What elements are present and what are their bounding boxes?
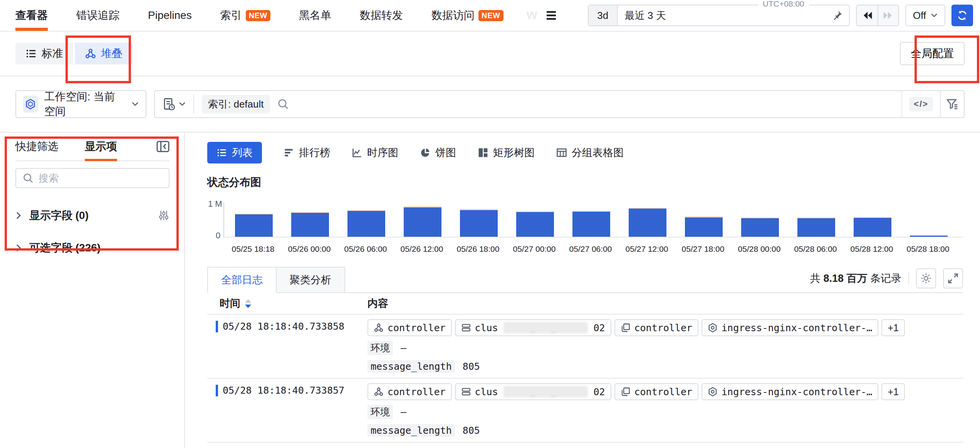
- tab-all-logs[interactable]: 全部日志: [207, 267, 277, 293]
- x-tick-label: 05/28 12:00: [844, 244, 900, 254]
- auto-refresh-select[interactable]: Off: [905, 5, 945, 26]
- column-time[interactable]: 时间: [207, 296, 368, 310]
- bar-slot[interactable]: [619, 208, 676, 237]
- chip-pod[interactable]: ingress-nginx-controller-…: [701, 319, 878, 336]
- view-tab-pie[interactable]: 饼图: [420, 146, 456, 160]
- status-distribution-chart: 1 M 0: [223, 203, 963, 237]
- bar-slot[interactable]: [507, 211, 563, 237]
- bar-slot[interactable]: [338, 210, 394, 237]
- field-key[interactable]: message_length: [368, 360, 455, 373]
- group-label: 显示字段 (0): [29, 208, 89, 223]
- chip-cluster[interactable]: clus _ _ 02: [455, 319, 611, 336]
- x-tick-label: 05/28 00:00: [731, 244, 787, 254]
- bar-slot[interactable]: [788, 217, 844, 237]
- query-doc-icon: [163, 98, 175, 111]
- field-key[interactable]: message_length: [368, 424, 455, 437]
- nav-item-error-tracking[interactable]: 错误追踪: [76, 0, 119, 31]
- chart-title: 状态分布图: [207, 175, 963, 190]
- bar-slot[interactable]: [282, 212, 338, 237]
- bar-slot[interactable]: [394, 206, 451, 237]
- bar-slot[interactable]: [901, 236, 957, 237]
- log-row[interactable]: 05/28 18:18:40.733857 controller clus: [207, 379, 963, 443]
- sort-icon[interactable]: [245, 299, 251, 308]
- chip-workload[interactable]: controller: [614, 383, 699, 400]
- layers-icon: [621, 323, 631, 333]
- x-tick-label: 05/27 06:00: [562, 244, 619, 254]
- timeseries-icon: [352, 147, 362, 158]
- bar-slot[interactable]: [226, 214, 282, 237]
- group-display-fields[interactable]: 显示字段 (0): [15, 208, 169, 223]
- column-label: 时间: [220, 296, 240, 310]
- index-chip[interactable]: 索引: default: [202, 95, 270, 113]
- nav-label: 索引: [220, 8, 242, 23]
- nav-item-viewer[interactable]: 查看器: [15, 0, 48, 31]
- chip-more[interactable]: +1: [881, 319, 905, 336]
- menu-icon[interactable]: [545, 9, 557, 22]
- next-range-icon[interactable]: [878, 5, 898, 25]
- nav-item-index[interactable]: 索引NEW: [220, 0, 270, 31]
- tab-display-items[interactable]: 显示项: [85, 133, 117, 160]
- workspace-select[interactable]: 工作空间: 当前空间: [15, 90, 146, 118]
- query-input[interactable]: [289, 91, 901, 117]
- chip-namespace[interactable]: controller: [368, 319, 452, 336]
- field-search-input[interactable]: [39, 172, 163, 184]
- previous-range-icon[interactable]: [857, 5, 878, 25]
- bar-slot[interactable]: [676, 216, 732, 237]
- field-key[interactable]: 环境: [368, 341, 393, 355]
- view-tab-label: 排行榜: [299, 146, 330, 160]
- mode-tab-standard[interactable]: 标准: [15, 43, 73, 64]
- view-tab-label: 饼图: [435, 146, 456, 160]
- nav-item-blacklist[interactable]: 黑名单: [299, 0, 331, 31]
- field-key[interactable]: 环境: [368, 405, 393, 419]
- chip-pod[interactable]: ingress-nginx-controller-…: [701, 383, 878, 400]
- mode-tab-stacked[interactable]: 堆叠: [75, 43, 133, 64]
- pin-icon[interactable]: [831, 5, 849, 25]
- time-controls: UTC+08:00 3d 最近 3 天 Off: [588, 5, 973, 26]
- nav-item-pipelines[interactable]: Pipelines: [148, 0, 192, 31]
- chip-workload[interactable]: controller: [614, 319, 699, 336]
- global-config-button[interactable]: 全局配置: [900, 42, 965, 65]
- x-tick-label: 05/27 00:00: [506, 244, 562, 254]
- log-row[interactable]: 05/28 18:18:40.733858 controller clus: [207, 315, 963, 379]
- search-icon: [277, 98, 289, 110]
- code-mode-button[interactable]: </>: [901, 91, 940, 117]
- nav-item-data-forward[interactable]: 数据转发: [360, 0, 403, 31]
- view-tab-treemap[interactable]: 矩形树图: [478, 146, 535, 160]
- bar-slot[interactable]: [563, 211, 619, 237]
- view-tab-grouped-table[interactable]: 分组表格图: [556, 146, 624, 160]
- filter-button[interactable]: [940, 91, 964, 117]
- view-tab-timeseries[interactable]: 时序图: [352, 146, 398, 160]
- view-tab-label: 列表: [232, 146, 253, 160]
- x-tick-label: 05/26 18:00: [450, 244, 506, 254]
- chevron-right-icon: [15, 244, 22, 252]
- view-tab-ranking[interactable]: 排行榜: [284, 146, 330, 160]
- nav-label: 查看器: [15, 8, 48, 23]
- refresh-button[interactable]: [951, 5, 973, 26]
- x-tick-label: 05/26 06:00: [337, 244, 394, 254]
- bar-slot[interactable]: [844, 217, 901, 237]
- fullscreen-button[interactable]: [943, 268, 963, 288]
- tab-quick-filters[interactable]: 快捷筛选: [15, 133, 59, 160]
- table-settings-button[interactable]: [916, 268, 936, 288]
- nav-item-data-access[interactable]: 数据访问NEW: [431, 0, 503, 31]
- group-optional-fields[interactable]: 可选字段 (226): [15, 241, 169, 255]
- saved-query-select[interactable]: [155, 98, 193, 111]
- chip-namespace[interactable]: controller: [368, 383, 452, 400]
- bar-slot[interactable]: [451, 209, 507, 237]
- view-tab-list[interactable]: 列表: [207, 142, 262, 163]
- nav-label: 数据访问: [431, 8, 475, 23]
- chevron-down-icon: [931, 13, 938, 18]
- field-settings-icon[interactable]: [158, 210, 169, 221]
- chip-more[interactable]: +1: [881, 383, 905, 400]
- time-shortcut-chip[interactable]: 3d: [589, 5, 618, 25]
- collapse-panel-icon[interactable]: [156, 141, 169, 152]
- chip-cluster[interactable]: clus _ _ 02: [455, 383, 611, 400]
- query-search-box: 索引: default </>: [154, 90, 965, 118]
- field-search: [15, 168, 169, 188]
- workspace-icon: [23, 96, 38, 113]
- severity-accent-bar: [216, 321, 218, 332]
- bar-slot[interactable]: [732, 217, 788, 237]
- chart-xlabels: 05/25 18:1805/26 00:0005/26 06:0005/26 1…: [225, 244, 963, 254]
- tab-cluster-analysis[interactable]: 聚类分析: [277, 267, 345, 293]
- chevron-right-icon: [15, 211, 22, 220]
